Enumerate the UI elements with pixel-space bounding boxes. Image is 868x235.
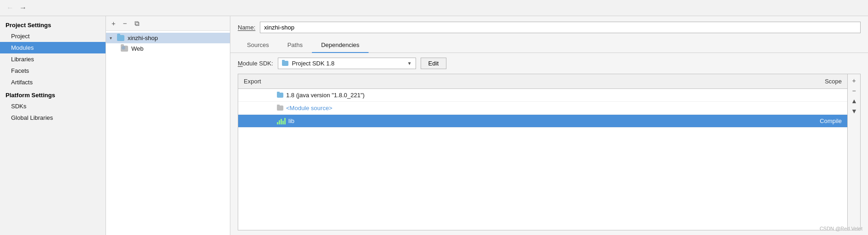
dep-row-lib[interactable]: lib Compile bbox=[238, 115, 847, 128]
forward-button[interactable]: → bbox=[18, 3, 29, 13]
checkbox-lib[interactable] bbox=[253, 118, 260, 124]
sdk-list-icon bbox=[277, 93, 283, 98]
col-export-header: Export bbox=[238, 76, 275, 87]
bar-chart-icon bbox=[277, 118, 286, 124]
dep-row-module-source[interactable]: <Module source> bbox=[238, 102, 847, 115]
name-label: Name: bbox=[238, 24, 255, 31]
platform-settings-title: Platform Settings bbox=[0, 88, 106, 100]
tree-item-web[interactable]: Web bbox=[106, 43, 230, 54]
sdk-dropdown[interactable]: Project SDK 1.8 ▼ bbox=[278, 58, 416, 69]
table-up-button[interactable]: ▲ bbox=[850, 96, 858, 106]
sidebar: Project Settings Project Modules Librari… bbox=[0, 16, 106, 235]
dep-main: Export Scope 1.8 (java version "1.8.0_22… bbox=[238, 74, 847, 230]
tree-copy-button[interactable]: ⧉ bbox=[133, 19, 141, 28]
dep-table-body: 1.8 (java version "1.8.0_221") <Module s… bbox=[238, 89, 847, 230]
dep-table-header: Export Scope bbox=[238, 74, 847, 89]
sdk-label: Module SDK: bbox=[238, 60, 273, 67]
col-scope-header: Scope bbox=[819, 76, 847, 87]
sidebar-item-global-libraries[interactable]: Global Libraries bbox=[0, 112, 106, 123]
folder-icon-xinzhi-shop bbox=[117, 35, 124, 41]
edit-button[interactable]: Edit bbox=[421, 58, 446, 69]
tree-content: ▾ xinzhi-shop Web bbox=[106, 31, 230, 235]
tree-panel: + − ⧉ ▾ xinzhi-shop Web bbox=[106, 16, 230, 235]
table-side-buttons: + − ▲ ▼ bbox=[847, 74, 860, 230]
folder-icon-web bbox=[121, 46, 128, 52]
sidebar-item-project[interactable]: Project bbox=[0, 30, 106, 42]
nav-buttons: ← → bbox=[5, 3, 29, 13]
dep-row-jdk-label: 1.8 (java version "1.8.0_221") bbox=[286, 92, 364, 99]
tree-label-web: Web bbox=[131, 45, 144, 52]
project-settings-title: Project Settings bbox=[0, 18, 106, 30]
folder-gray-icon bbox=[277, 106, 283, 111]
sdk-folder-icon bbox=[282, 61, 288, 66]
tab-dependencies[interactable]: Dependencies bbox=[312, 38, 369, 53]
dep-row-jdk[interactable]: 1.8 (java version "1.8.0_221") bbox=[238, 89, 847, 102]
table-add-button[interactable]: + bbox=[850, 76, 858, 85]
tree-add-button[interactable]: + bbox=[110, 19, 117, 28]
dep-cell-module-source: <Module source> bbox=[275, 105, 836, 112]
sdk-chevron-icon: ▼ bbox=[407, 61, 412, 66]
tree-toolbar: + − ⧉ bbox=[106, 16, 230, 31]
back-button[interactable]: ← bbox=[5, 3, 16, 13]
dependencies-table: Export Scope 1.8 (java version "1.8.0_22… bbox=[238, 74, 861, 230]
tab-paths[interactable]: Paths bbox=[278, 38, 312, 53]
sidebar-item-artifacts[interactable]: Artifacts bbox=[0, 76, 106, 88]
dep-checkbox-lib[interactable] bbox=[238, 118, 275, 124]
dep-cell-jdk: 1.8 (java version "1.8.0_221") bbox=[275, 92, 836, 99]
tab-sources[interactable]: Sources bbox=[238, 38, 278, 53]
watermark: CSDN @Red Velet bbox=[820, 226, 862, 231]
tree-item-xinzhi-shop[interactable]: ▾ xinzhi-shop bbox=[106, 33, 230, 43]
dep-row-module-source-label: <Module source> bbox=[286, 105, 332, 112]
sdk-value: Project SDK 1.8 bbox=[292, 60, 335, 67]
sidebar-item-facets[interactable]: Facets bbox=[0, 65, 106, 76]
tree-label-xinzhi-shop: xinzhi-shop bbox=[128, 35, 158, 41]
sidebar-item-sdks[interactable]: SDKs bbox=[0, 100, 106, 112]
sdk-row: Module SDK: Project SDK 1.8 ▼ Edit bbox=[230, 53, 868, 74]
table-remove-button[interactable]: − bbox=[850, 86, 858, 95]
tree-remove-button[interactable]: − bbox=[121, 19, 129, 28]
tabs-row: Sources Paths Dependencies bbox=[230, 38, 868, 53]
table-down-button[interactable]: ▼ bbox=[850, 106, 858, 116]
sidebar-item-modules[interactable]: Modules bbox=[0, 42, 106, 53]
dep-row-lib-scope: Compile bbox=[814, 118, 847, 124]
main-layout: Project Settings Project Modules Librari… bbox=[0, 16, 868, 235]
top-bar: ← → bbox=[0, 0, 868, 16]
sidebar-item-libraries[interactable]: Libraries bbox=[0, 53, 106, 65]
dep-row-lib-label: lib bbox=[288, 118, 294, 124]
content-panel: Name: Sources Paths Dependencies Module … bbox=[230, 16, 868, 235]
tree-arrow-xinzhi-shop: ▾ bbox=[110, 35, 115, 41]
dep-cell-lib: lib bbox=[275, 118, 814, 124]
name-row: Name: bbox=[230, 16, 868, 38]
name-input[interactable] bbox=[260, 22, 861, 33]
